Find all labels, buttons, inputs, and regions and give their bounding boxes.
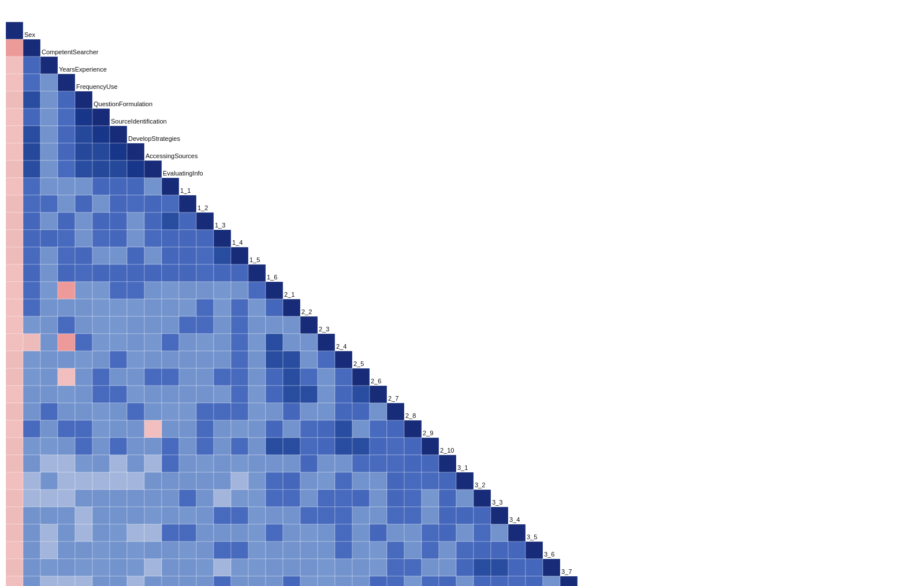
heatmap-canvas	[0, 0, 924, 586]
chart-container	[0, 0, 924, 586]
